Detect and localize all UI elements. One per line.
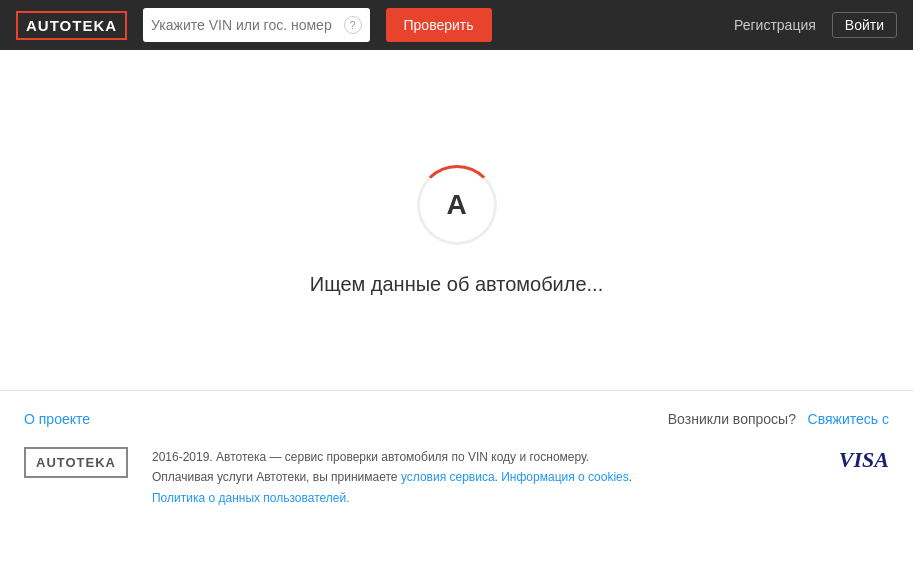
- footer: О проекте Возникли вопросы? Свяжитесь с …: [0, 390, 913, 528]
- footer-description: 2016-2019. Автотека — сервис проверки ав…: [152, 447, 815, 508]
- footer-desc-line1: 2016-2019. Автотека — сервис проверки ав…: [152, 450, 589, 464]
- about-link[interactable]: О проекте: [24, 411, 90, 427]
- logo: AUTOTEKA: [16, 11, 127, 40]
- visa-logo: VISA: [839, 447, 889, 473]
- main-content: A Ищем данные об автомобиле...: [0, 50, 913, 390]
- loading-text: Ищем данные об автомобиле...: [310, 273, 603, 296]
- check-button[interactable]: Проверить: [386, 8, 492, 42]
- header: AUTOTEKA ? Проверить Регистрация Войти: [0, 0, 913, 50]
- footer-contact: Возникли вопросы? Свяжитесь с: [668, 411, 889, 427]
- cookies-link[interactable]: Информация о cookies: [501, 470, 629, 484]
- footer-logo: AUTOTEKA: [24, 447, 128, 478]
- login-button[interactable]: Войти: [832, 12, 897, 38]
- contact-link[interactable]: Свяжитесь с: [808, 411, 889, 427]
- footer-desc-pre: Оплачивая услуги Автотеки, вы принимаете: [152, 470, 401, 484]
- policy-link[interactable]: Политика о данных пользователей.: [152, 491, 350, 505]
- search-area: ?: [143, 8, 369, 42]
- footer-bottom: AUTOTEKA 2016-2019. Автотека — сервис пр…: [24, 447, 889, 508]
- footer-desc-post: .: [629, 470, 632, 484]
- contact-question-text: Возникли вопросы?: [668, 411, 796, 427]
- terms-link[interactable]: условия сервиса: [401, 470, 495, 484]
- footer-top: О проекте Возникли вопросы? Свяжитесь с: [24, 411, 889, 427]
- loading-spinner: A: [417, 165, 497, 245]
- spinner-letter: A: [446, 189, 466, 221]
- help-icon[interactable]: ?: [344, 16, 362, 34]
- footer-cards: VISA: [839, 447, 889, 473]
- register-link[interactable]: Регистрация: [734, 17, 816, 33]
- search-input[interactable]: [151, 17, 337, 33]
